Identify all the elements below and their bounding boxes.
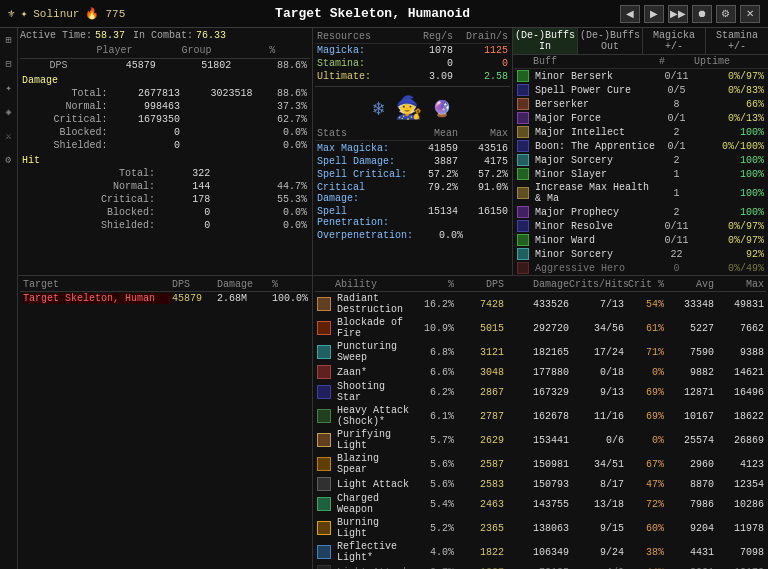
light-attack-crits: 8/17 bbox=[569, 479, 624, 490]
list-item: Radiant Destruction 16.2% 7428 433526 7/… bbox=[315, 292, 766, 316]
prev-button[interactable]: ◀ bbox=[620, 5, 640, 23]
target-header: Target DPS Damage % bbox=[20, 278, 310, 292]
ability-header: Ability % DPS Damage Crits/Hits Crit % A… bbox=[315, 278, 766, 292]
table-row: Critical:167935062.7% bbox=[20, 113, 310, 126]
minor-slayer-name: Minor Slayer bbox=[533, 169, 659, 180]
shooting-star-crits: 9/13 bbox=[569, 387, 624, 398]
spell-damage-row: Spell Damage: 3887 4175 bbox=[315, 155, 510, 168]
blazing-spear-pct: 5.6% bbox=[414, 459, 454, 470]
tab-debuffs-in[interactable]: (De-)Buffs In bbox=[513, 28, 577, 55]
window-title: Target Skeleton, Humanoid bbox=[275, 6, 470, 21]
dps-pct: 88.6% bbox=[234, 59, 310, 73]
heavy-attack-max: 18622 bbox=[714, 411, 764, 422]
sidebar-icon-4[interactable]: ◈ bbox=[1, 104, 17, 120]
target-col-damage: Damage bbox=[217, 279, 272, 290]
tab-magicka[interactable]: Magicka +/- bbox=[643, 28, 705, 55]
major-intellect-uptime: 100% bbox=[694, 127, 764, 138]
blazing-spear-crits: 34/51 bbox=[569, 459, 624, 470]
in-combat-value: 76.33 bbox=[196, 30, 226, 41]
list-item: Minor Berserk 0/11 0%/97% bbox=[513, 69, 768, 83]
light-attack-critpct: 47% bbox=[624, 479, 664, 490]
radiant-destruction-name: Radiant Destruction bbox=[335, 293, 414, 315]
spell-power-cure-count: 0/5 bbox=[659, 85, 694, 96]
sidebar-icon-1[interactable]: ⊞ bbox=[1, 32, 17, 48]
spell-damage-label: Spell Damage: bbox=[317, 156, 408, 167]
sidebar-icon-6[interactable]: ⚙ bbox=[1, 152, 17, 168]
radiant-destruction-critpct: 54% bbox=[624, 299, 664, 310]
puncturing-sweep-name: Puncturing Sweep bbox=[335, 341, 414, 363]
sidebar-icon-2[interactable]: ⊟ bbox=[1, 56, 17, 72]
pct-header: % bbox=[234, 44, 310, 59]
boon-apprentice-name: Boon: The Apprentice bbox=[533, 141, 659, 152]
record-button[interactable]: ⏺ bbox=[692, 5, 712, 23]
minor-sorcery-icon bbox=[517, 248, 529, 260]
res-col-drain: Drain/s bbox=[453, 31, 508, 42]
sidebar: ⊞ ⊟ ✦ ◈ ⚔ ⚙ bbox=[0, 28, 18, 569]
res-col-name: Resources bbox=[317, 31, 393, 42]
heavy-attack-crits: 11/16 bbox=[569, 411, 624, 422]
ab-critpct-col: Crit % bbox=[624, 279, 664, 290]
skip-button[interactable]: ▶▶ bbox=[668, 5, 688, 23]
table-row: Critical:17855.3% bbox=[20, 193, 310, 206]
spell-power-cure-name: Spell Power Cure bbox=[533, 85, 659, 96]
sidebar-icon-5[interactable]: ⚔ bbox=[1, 128, 17, 144]
sidebar-icon-3[interactable]: ✦ bbox=[1, 80, 17, 96]
blockade-fire-crits: 34/56 bbox=[569, 323, 624, 334]
spell-power-cure-icon bbox=[517, 84, 529, 96]
list-item: Minor Resolve 0/11 0%/97% bbox=[513, 219, 768, 233]
table-row: Blocked:00.0% bbox=[20, 206, 310, 219]
heavy-attack-dps: 2787 bbox=[454, 411, 504, 422]
ultimate-label: Ultimate: bbox=[317, 71, 393, 82]
settings-button[interactable]: ⚙ bbox=[716, 5, 736, 23]
magicka-section: Magicka +/- bbox=[643, 28, 706, 55]
charged-weapon-icon bbox=[317, 497, 331, 511]
blockade-fire-avg: 5227 bbox=[664, 323, 714, 334]
bottom-section: Target DPS Damage % Target Skeleton, Hum… bbox=[18, 276, 768, 569]
title-left: ⚜ ✦ Solinur 🔥 775 bbox=[8, 7, 125, 20]
target-col-pct: % bbox=[272, 279, 307, 290]
charged-weapon-crits: 13/18 bbox=[569, 499, 624, 510]
reflective-light-dps: 1822 bbox=[454, 547, 504, 558]
buff-count-col: # bbox=[659, 56, 694, 67]
max-magicka-mean: 41859 bbox=[408, 143, 458, 154]
list-item: Major Intellect 2 100% bbox=[513, 125, 768, 139]
close-button[interactable]: ✕ bbox=[740, 5, 760, 23]
list-item: Major Prophecy 2 100% bbox=[513, 205, 768, 219]
stamina-section: Stamina +/- bbox=[706, 28, 768, 55]
next-button[interactable]: ▶ bbox=[644, 5, 664, 23]
character-icons: ❄ 🧙 🔮 bbox=[315, 90, 510, 127]
zaan-dmg: 177880 bbox=[504, 367, 569, 378]
puncturing-sweep-critpct: 71% bbox=[624, 347, 664, 358]
magicka-label: Magicka: bbox=[317, 45, 393, 56]
list-item: Blockade of Fire 10.9% 5015 292720 34/56… bbox=[315, 316, 766, 340]
target-pct: 100.0% bbox=[272, 293, 307, 304]
charged-weapon-max: 10286 bbox=[714, 499, 764, 510]
increase-health-icon bbox=[517, 187, 529, 199]
minor-berserk-icon bbox=[517, 70, 529, 82]
tab-debuffs-out[interactable]: (De-)Buffs Out bbox=[578, 28, 642, 55]
target-name: Target Skeleton, Human bbox=[23, 293, 172, 304]
tab-stamina[interactable]: Stamina +/- bbox=[706, 28, 768, 55]
top-section: Active Time: 58.37 In Combat: 76.33 Play… bbox=[18, 28, 768, 276]
target-dps: 45879 bbox=[172, 293, 217, 304]
magicka-reg: 1078 bbox=[393, 45, 453, 56]
blazing-spear-name: Blazing Spear bbox=[335, 453, 414, 475]
berserker-uptime: 66% bbox=[694, 99, 764, 110]
shooting-star-avg: 12871 bbox=[664, 387, 714, 398]
debuffs-in-section: (De-)Buffs In bbox=[513, 28, 578, 55]
major-force-icon bbox=[517, 112, 529, 124]
blockade-icon bbox=[317, 321, 331, 335]
blazing-spear-critpct: 67% bbox=[624, 459, 664, 470]
puncturing-sweep-pct: 6.8% bbox=[414, 347, 454, 358]
spell-pen-row: Spell Penetration: 15134 16150 bbox=[315, 205, 510, 229]
dps-player: 45879 bbox=[70, 59, 158, 73]
major-prophecy-count: 2 bbox=[659, 207, 694, 218]
crit-damage-row: Critical Damage: 79.2% 91.0% bbox=[315, 181, 510, 205]
burning-light-critpct: 60% bbox=[624, 523, 664, 534]
major-sorcery-count: 2 bbox=[659, 155, 694, 166]
reflective-light-icon bbox=[317, 545, 331, 559]
resource-header: Resources Reg/s Drain/s bbox=[315, 30, 510, 44]
list-item: Charged Weapon 5.4% 2463 143755 13/18 72… bbox=[315, 492, 766, 516]
table-row: Blocked:00.0% bbox=[20, 126, 310, 139]
ab-max-col: Max bbox=[714, 279, 764, 290]
